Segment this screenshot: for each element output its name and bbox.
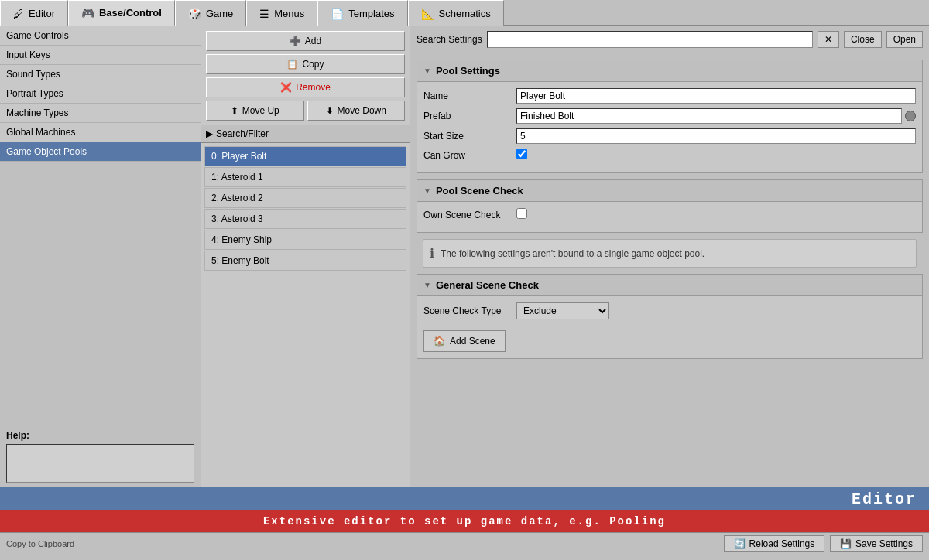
own-scene-check-checkbox[interactable]: [516, 208, 527, 219]
sidebar-item-game-controls[interactable]: Game Controls: [0, 26, 201, 46]
tab-game[interactable]: 🎲 Game: [175, 0, 246, 26]
tab-menus[interactable]: ☰ Menus: [246, 0, 317, 26]
can-grow-label: Can Grow: [423, 150, 516, 161]
reload-settings-button[interactable]: 🔄 Reload Settings: [724, 535, 825, 552]
pool-settings-body: Name Prefab Start Size: [417, 82, 922, 172]
editor-watermark: Editor: [852, 490, 917, 508]
add-button[interactable]: ➕ Add: [206, 31, 405, 51]
copy-button[interactable]: 📋 Copy: [206, 54, 405, 74]
reload-icon: 🔄: [734, 538, 746, 549]
name-field-row: Name: [423, 88, 916, 104]
pool-scene-check-header[interactable]: ▼ Pool Scene Check: [417, 180, 922, 202]
tab-templates-label: Templates: [348, 8, 394, 19]
banner-text: Extensive editor to set up game data, e.…: [263, 515, 666, 528]
own-scene-check-value: [516, 208, 916, 221]
search-clear-button[interactable]: ✕: [818, 31, 839, 48]
own-scene-check-label: Own Scene Check: [423, 210, 516, 220]
move-up-icon: ⬆: [231, 105, 238, 116]
tab-base-control-label: Base/Control: [99, 7, 162, 19]
tab-menus-label: Menus: [274, 8, 304, 19]
top-nav: 🖊 Editor 🎮 Base/Control 🎲 Game ☰ Menus 📄…: [0, 0, 929, 26]
sidebar-item-input-keys[interactable]: Input Keys: [0, 46, 201, 65]
general-scene-check-arrow-icon: ▼: [423, 281, 431, 289]
sidebar-item-global-machines[interactable]: Global Machines: [0, 123, 201, 142]
help-section: Help:: [0, 425, 201, 487]
move-buttons-row: ⬆ Move Up ⬇ Move Down: [206, 101, 405, 121]
can-grow-checkbox[interactable]: [516, 149, 527, 159]
move-down-button[interactable]: ⬇ Move Down: [307, 101, 406, 121]
right-panel: Search Settings ✕ Close Open ▼ Pool Sett…: [410, 26, 929, 487]
help-content-area: [6, 444, 194, 483]
close-button[interactable]: Close: [844, 31, 882, 48]
remove-button[interactable]: ❌ Remove: [206, 77, 405, 97]
pool-scene-check-arrow-icon: ▼: [423, 186, 431, 195]
tab-schematics-label: Schematics: [439, 8, 491, 19]
own-scene-check-field-row: Own Scene Check: [423, 208, 916, 221]
add-scene-button[interactable]: 🏠 Add Scene: [423, 330, 506, 352]
prefab-field-row: Prefab: [423, 108, 916, 124]
tab-base-control[interactable]: 🎮 Base/Control: [68, 0, 175, 26]
name-input[interactable]: [516, 88, 916, 104]
add-scene-icon: 🏠: [434, 336, 445, 347]
scene-check-type-field-row: Scene Check Type Exclude Include: [423, 302, 916, 319]
open-button[interactable]: Open: [886, 31, 923, 48]
add-icon: ➕: [290, 36, 301, 46]
pool-settings-section: ▼ Pool Settings Name Prefab: [417, 60, 923, 173]
menus-icon: ☰: [259, 8, 269, 20]
sidebar-item-sound-types[interactable]: Sound Types: [0, 65, 201, 84]
tab-editor[interactable]: 🖊 Editor: [0, 0, 68, 26]
list-item-4[interactable]: 4: Enemy Ship: [204, 230, 406, 250]
sidebar-item-machine-types[interactable]: Machine Types: [0, 104, 201, 123]
editor-icon: 🖊: [13, 8, 24, 20]
list-item-0[interactable]: 0: Player Bolt: [204, 146, 406, 166]
copy-clipboard-label: Copy to Clipboard: [6, 539, 74, 548]
pool-settings-header[interactable]: ▼ Pool Settings: [417, 60, 922, 82]
sidebar-items-list: Game Controls Input Keys Sound Types Por…: [0, 26, 201, 425]
pool-scene-check-body: Own Scene Check: [417, 202, 922, 232]
search-input[interactable]: [487, 31, 813, 48]
action-buttons: ➕ Add 📋 Copy ❌ Remove ⬆ Move Up ⬇ Move D…: [201, 26, 410, 125]
list-item-5[interactable]: 5: Enemy Bolt: [204, 251, 406, 271]
scene-check-type-label: Scene Check Type: [423, 306, 516, 316]
game-icon: 🎲: [188, 8, 201, 20]
start-size-input[interactable]: [516, 128, 916, 144]
sidebar-item-portrait-types[interactable]: Portrait Types: [0, 84, 201, 104]
info-box: ℹ The following settings aren't bound to…: [423, 239, 917, 268]
sidebar-item-game-object-pools[interactable]: Game Object Pools: [0, 142, 201, 162]
start-size-label: Start Size: [423, 131, 516, 142]
help-label: Help:: [6, 430, 194, 441]
prefab-input[interactable]: [516, 108, 902, 124]
scene-check-type-value: Exclude Include: [516, 302, 916, 319]
prefab-value: [516, 108, 916, 124]
red-banner: Extensive editor to set up game data, e.…: [0, 510, 929, 532]
save-settings-button[interactable]: 💾 Save Settings: [830, 535, 923, 552]
search-filter-arrow-icon: ▶: [206, 128, 213, 139]
general-scene-check-body: Scene Check Type Exclude Include: [417, 296, 922, 330]
info-icon: ℹ: [430, 246, 434, 261]
general-scene-check-header[interactable]: ▼ General Scene Check: [417, 275, 922, 296]
main-layout: Game Controls Input Keys Sound Types Por…: [0, 26, 929, 487]
list-item-1[interactable]: 1: Asteroid 1: [204, 167, 406, 187]
settings-content: ▼ Pool Settings Name Prefab: [410, 53, 929, 487]
tab-templates[interactable]: 📄 Templates: [317, 0, 407, 26]
bottom-strip: Copy to Clipboard 🔄 Reload Settings 💾 Sa…: [0, 532, 929, 554]
pool-settings-arrow-icon: ▼: [423, 67, 431, 75]
move-up-button[interactable]: ⬆ Move Up: [206, 101, 304, 121]
search-bar: Search Settings ✕ Close Open: [410, 26, 929, 53]
list-item-3[interactable]: 3: Asteroid 3: [204, 209, 406, 229]
prefab-picker-button[interactable]: [905, 111, 916, 121]
search-filter-toggle[interactable]: ▶ Search/Filter: [201, 125, 410, 143]
left-sidebar: Game Controls Input Keys Sound Types Por…: [0, 26, 201, 487]
can-grow-field-row: Can Grow: [423, 149, 916, 162]
bottom-blue-bar: Editor: [0, 487, 929, 510]
templates-icon: 📄: [331, 8, 344, 20]
scene-check-type-select[interactable]: Exclude Include: [516, 302, 609, 319]
list-item-2[interactable]: 2: Asteroid 2: [204, 188, 406, 208]
tab-schematics[interactable]: 📐 Schematics: [408, 0, 504, 26]
copy-icon: 📋: [286, 59, 298, 70]
schematics-icon: 📐: [421, 8, 434, 20]
tab-game-label: Game: [206, 8, 233, 19]
general-scene-check-section: ▼ General Scene Check Scene Check Type E…: [417, 274, 923, 359]
info-text: The following settings aren't bound to a…: [441, 248, 704, 259]
pool-scene-check-section: ▼ Pool Scene Check Own Scene Check: [417, 179, 923, 233]
